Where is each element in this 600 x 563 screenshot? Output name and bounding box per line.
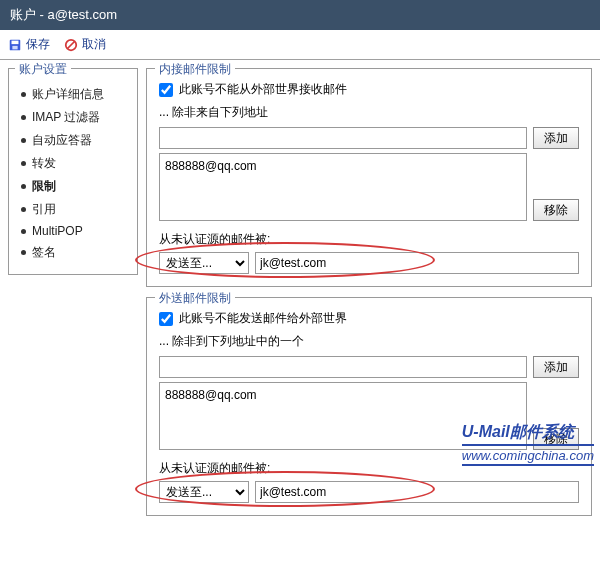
- cancel-button[interactable]: 取消: [64, 36, 106, 53]
- sidebar: 账户设置 账户详细信息 IMAP 过滤器 自动应答器 转发 限制 引用 Mult…: [8, 68, 138, 275]
- list-item[interactable]: 888888@qq.com: [165, 387, 521, 403]
- sidebar-item-account-details[interactable]: 账户详细信息: [15, 83, 131, 106]
- sidebar-item-signature[interactable]: 签名: [15, 241, 131, 264]
- incoming-add-button[interactable]: 添加: [533, 127, 579, 149]
- outgoing-address-input[interactable]: [159, 356, 527, 378]
- incoming-block-label: 此账号不能从外部世界接收邮件: [179, 81, 347, 98]
- outgoing-auth-label: 从未认证源的邮件被:: [159, 460, 579, 477]
- sidebar-item-autoresponder[interactable]: 自动应答器: [15, 129, 131, 152]
- outgoing-auth-action-select[interactable]: 发送至...: [159, 481, 249, 503]
- incoming-legend: 内接邮件限制: [155, 61, 235, 78]
- cancel-icon: [64, 38, 78, 52]
- outgoing-except-label: ... 除非到下列地址中的一个: [159, 333, 579, 350]
- window-title: 账户 - a@test.com: [10, 7, 117, 22]
- incoming-auth-action-select[interactable]: 发送至...: [159, 252, 249, 274]
- sidebar-item-quote[interactable]: 引用: [15, 198, 131, 221]
- outgoing-block-label: 此账号不能发送邮件给外部世界: [179, 310, 347, 327]
- sidebar-item-multipop[interactable]: MultiPOP: [15, 221, 131, 241]
- cancel-label: 取消: [82, 36, 106, 53]
- list-item[interactable]: 888888@qq.com: [165, 158, 521, 174]
- outgoing-fieldset: 外送邮件限制 此账号不能发送邮件给外部世界 ... 除非到下列地址中的一个 添加…: [146, 297, 592, 516]
- sidebar-item-imap-filters[interactable]: IMAP 过滤器: [15, 106, 131, 129]
- outgoing-address-list[interactable]: 888888@qq.com: [159, 382, 527, 450]
- outgoing-block-checkbox[interactable]: [159, 312, 173, 326]
- outgoing-legend: 外送邮件限制: [155, 290, 235, 307]
- outgoing-remove-button[interactable]: 移除: [533, 428, 579, 450]
- save-label: 保存: [26, 36, 50, 53]
- save-icon: [8, 38, 22, 52]
- outgoing-auth-target-input[interactable]: [255, 481, 579, 503]
- incoming-address-list[interactable]: 888888@qq.com: [159, 153, 527, 221]
- incoming-except-label: ... 除非来自下列地址: [159, 104, 579, 121]
- sidebar-item-forwarding[interactable]: 转发: [15, 152, 131, 175]
- window-titlebar: 账户 - a@test.com: [0, 0, 600, 30]
- outgoing-add-button[interactable]: 添加: [533, 356, 579, 378]
- incoming-auth-target-input[interactable]: [255, 252, 579, 274]
- svg-rect-2: [12, 45, 17, 49]
- incoming-block-checkbox[interactable]: [159, 83, 173, 97]
- sidebar-legend: 账户设置: [15, 61, 71, 78]
- svg-line-4: [68, 41, 75, 48]
- sidebar-list: 账户详细信息 IMAP 过滤器 自动应答器 转发 限制 引用 MultiPOP …: [9, 73, 137, 270]
- sidebar-item-restrictions[interactable]: 限制: [15, 175, 131, 198]
- save-button[interactable]: 保存: [8, 36, 50, 53]
- svg-rect-1: [12, 40, 19, 44]
- incoming-auth-label: 从未认证源的邮件被:: [159, 231, 579, 248]
- incoming-fieldset: 内接邮件限制 此账号不能从外部世界接收邮件 ... 除非来自下列地址 添加 88…: [146, 68, 592, 287]
- incoming-address-input[interactable]: [159, 127, 527, 149]
- incoming-remove-button[interactable]: 移除: [533, 199, 579, 221]
- toolbar: 保存 取消: [0, 30, 600, 60]
